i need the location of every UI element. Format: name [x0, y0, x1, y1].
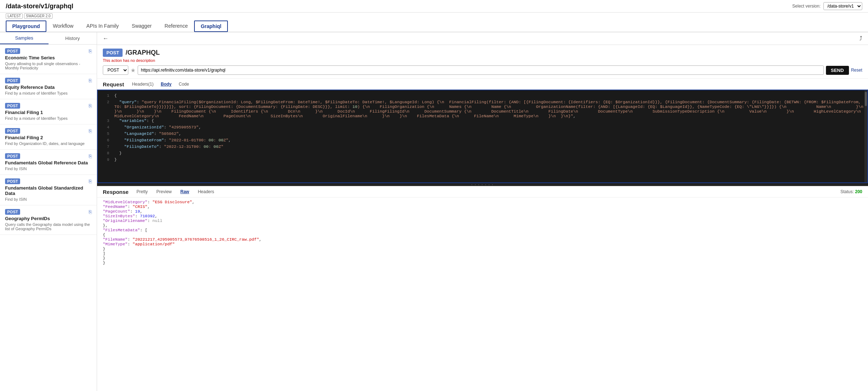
list-item[interactable]: POST ⎘ Financial Filing 2 Find by Organi… — [0, 124, 97, 150]
line-content: "FilingDateTo": "2022-12-31T00: 00: 00Z" — [114, 144, 864, 149]
item-header: POST ⎘ — [5, 153, 92, 159]
method-badge: POST — [5, 209, 20, 215]
line-number: 3 — [101, 118, 109, 123]
copy-icon[interactable]: ⎘ — [89, 178, 92, 184]
item-header: POST ⎘ — [5, 128, 92, 134]
response-header: Response Pretty Preview Raw Headers Stat… — [97, 186, 868, 197]
line-number: 1 — [101, 93, 109, 98]
endpoint-path: /GRAPHQL — [125, 49, 160, 56]
code-line: 2 "query": "query FinancialFiling($Organ… — [98, 100, 867, 118]
code-editor[interactable]: 1{2 "query": "query FinancialFiling($Org… — [97, 90, 868, 183]
copy-icon[interactable]: ⎘ — [89, 209, 92, 215]
item-header: POST ⎘ — [5, 48, 92, 54]
list-item[interactable]: POST ⎘ Equity Reference Data Find by a m… — [0, 74, 97, 99]
line-content: "LanguageId": "505062", — [114, 131, 864, 136]
line-content: "query": "query FinancialFiling($Organiz… — [114, 100, 864, 118]
sidebar: Samples History POST ⎘ Economic Time Ser… — [0, 32, 97, 391]
tab-reference[interactable]: Reference — [158, 20, 194, 32]
method-dropdown[interactable]: POST — [103, 65, 128, 75]
line-content: { — [114, 93, 864, 98]
endpoint-row: POST /GRAPHQL — [103, 49, 862, 57]
response-line: { — [103, 232, 862, 237]
list-item[interactable]: POST ⎘ Geography PermIDs Query calls the… — [0, 205, 97, 235]
code-line: 3 "variables": { — [98, 118, 867, 125]
expand-button[interactable]: ⤴ — [859, 35, 862, 42]
line-number: 5 — [101, 131, 109, 136]
scrollbar-thumb[interactable] — [865, 92, 867, 106]
response-line: "MimeType": "application/pdf" — [103, 242, 862, 246]
tab-body[interactable]: Body — [157, 81, 175, 87]
item-desc: Find by Organization ID, dates, and lang… — [5, 141, 92, 146]
item-title: Equity Reference Data — [5, 85, 92, 90]
response-line: }, — [103, 223, 862, 228]
list-item[interactable]: POST ⎘ Fundamentals Global Standardized … — [0, 175, 97, 205]
method-badge: POST — [5, 78, 20, 83]
code-line: 1{ — [98, 93, 867, 100]
response-line: } — [103, 260, 862, 265]
code-line: 8 } — [98, 151, 867, 157]
response-line: } — [103, 256, 862, 260]
item-desc: Find by a mixture of Identifier Types — [5, 91, 92, 95]
response-line: "MidLevelCategory": "ESG Disclosure", — [103, 200, 862, 204]
version-label: Select version: — [792, 4, 821, 9]
no-description: This action has no description — [103, 58, 862, 63]
response-line: "FilesMetaData": [ — [103, 228, 862, 232]
resize-handle[interactable]: · · · · · · · — [97, 183, 868, 186]
line-number: 9 — [101, 157, 109, 162]
copy-icon[interactable]: ⎘ — [89, 48, 92, 54]
method-badge: POST — [5, 103, 20, 109]
status-badge: Status: 200 — [840, 189, 862, 194]
line-number: 2 — [101, 100, 109, 104]
back-button[interactable]: ← — [103, 35, 109, 42]
response-line: "FileName": "20221217_4295905573_9767659… — [103, 237, 862, 242]
url-input[interactable] — [138, 65, 824, 75]
copy-icon[interactable]: ⎘ — [89, 128, 92, 134]
list-item[interactable]: POST ⎘ Financial Filing 1 Find by a mixt… — [0, 99, 97, 124]
sidebar-tab-history[interactable]: History — [49, 32, 97, 44]
line-content: } — [114, 151, 864, 155]
item-title: Financial Filing 1 — [5, 110, 92, 115]
item-title: Economic Time Series — [5, 55, 92, 60]
tab-raw[interactable]: Raw — [177, 188, 193, 195]
response-line: "OriginalFilename": null — [103, 218, 862, 223]
tab-apis-in-family[interactable]: APIs In Family — [80, 20, 125, 32]
scrollbar[interactable] — [864, 90, 867, 182]
list-item[interactable]: POST ⎘ Fundamentals Global Reference Dat… — [0, 150, 97, 175]
tab-preview[interactable]: Preview — [153, 188, 175, 195]
response-line: } — [103, 246, 862, 251]
response-line: "FeedName": "CRIS", — [103, 204, 862, 209]
item-header: POST ⎘ — [5, 103, 92, 109]
version-select[interactable]: /data-store/v1 — [823, 2, 862, 10]
tab-workflow[interactable]: Workflow — [46, 20, 80, 32]
sidebar-tab-samples[interactable]: Samples — [0, 32, 49, 44]
badge-row: LATEST SWAGGER 2.0 — [0, 13, 868, 19]
url-row: POST ★ SEND Reset — [103, 65, 862, 75]
response-line: ] — [103, 251, 862, 256]
tab-code[interactable]: Code — [175, 81, 193, 87]
copy-icon[interactable]: ⎘ — [89, 153, 92, 159]
copy-icon[interactable]: ⎘ — [89, 103, 92, 109]
tab-headers[interactable]: Headers(1) — [128, 81, 157, 87]
item-header: POST ⎘ — [5, 78, 92, 83]
request-header: Request Headers(1) Body Code — [97, 79, 868, 90]
line-number: 6 — [101, 138, 109, 142]
tab-resp-headers[interactable]: Headers — [194, 188, 217, 195]
tab-playground[interactable]: Playground — [6, 21, 46, 32]
tab-swagger[interactable]: Swagger — [125, 20, 158, 32]
send-button[interactable]: SEND — [826, 66, 849, 75]
copy-icon[interactable]: ⎘ — [89, 78, 92, 83]
item-title: Fundamentals Global Standardized Data — [5, 185, 92, 196]
response-body: "MidLevelCategory": "ESG Disclosure", "F… — [97, 197, 868, 391]
tab-pretty[interactable]: Pretty — [133, 188, 151, 195]
star-button[interactable]: ★ — [130, 67, 136, 74]
version-selector: Select version: /data-store/v1 — [792, 2, 862, 10]
content-header: ← ⤴ — [97, 32, 868, 45]
code-line: 6 "FilingDateFrom": "2022-01-01T00: 00: … — [98, 138, 867, 144]
method-badge: POST — [5, 153, 20, 159]
code-line: 5 "LanguageId": "505062", — [98, 131, 867, 138]
tab-graphiql[interactable]: Graphiql — [194, 21, 228, 32]
code-line: 7 "FilingDateTo": "2022-12-31T00: 00: 00… — [98, 144, 867, 151]
list-item[interactable]: POST ⎘ Economic Time Series Query allowi… — [0, 45, 97, 74]
reset-button[interactable]: Reset — [851, 68, 862, 73]
item-desc: Query allowing to pull single observatio… — [5, 62, 92, 70]
